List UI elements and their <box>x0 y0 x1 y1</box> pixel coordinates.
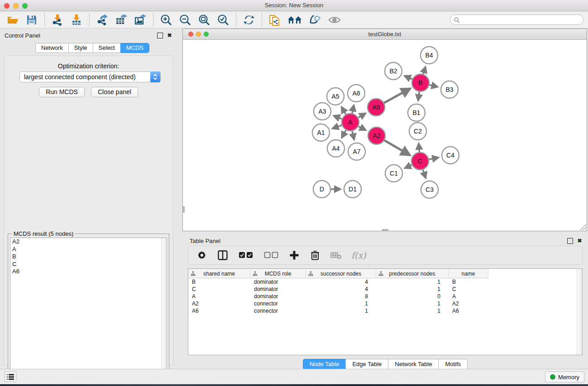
bird-view-eye-icon[interactable] <box>328 14 341 26</box>
graph-node-B[interactable]: B <box>412 74 429 91</box>
add-column-icon[interactable] <box>289 250 300 261</box>
table-cell[interactable]: dominator <box>250 286 306 293</box>
tab-style[interactable]: Style <box>68 43 93 53</box>
table-cell[interactable]: 4 <box>306 286 376 293</box>
graph-node-C3[interactable]: C3 <box>421 181 438 198</box>
graph-edge-A-A7[interactable] <box>352 131 354 139</box>
result-list-item[interactable]: B <box>10 253 167 261</box>
table-cell[interactable]: 1 <box>306 300 376 307</box>
table-row[interactable]: Cdominator41C <box>188 286 582 293</box>
table-cell[interactable]: A6 <box>449 307 488 315</box>
table-cell[interactable]: 1 <box>376 286 449 293</box>
graph-edge-A-A4[interactable] <box>342 130 346 138</box>
table-cell[interactable]: B <box>449 278 488 286</box>
zoom-fit-icon[interactable] <box>198 14 210 26</box>
zoom-selected-icon[interactable] <box>217 14 229 26</box>
graph-node-C1[interactable]: C1 <box>385 165 402 182</box>
graph-edge-B-B4[interactable] <box>423 67 425 74</box>
export-network-icon[interactable] <box>96 14 109 26</box>
refresh-layout-icon[interactable] <box>243 14 255 26</box>
table-row[interactable]: A2connector11A2 <box>188 300 582 307</box>
optimization-criterion-dropdown[interactable]: largest connected component (directed) <box>19 71 161 82</box>
graph-edge-A2-C[interactable] <box>384 140 409 155</box>
network-window-titlebar[interactable]: testGlobe.txt <box>183 29 587 40</box>
network-canvas[interactable]: B4B2BB3B1A6A5A8A3AA1A4A7A2C2CC4C1C3DD1 <box>183 40 587 231</box>
column-header-successor-nodes[interactable]: successor nodes <box>306 269 376 278</box>
graph-edge-B-B2[interactable] <box>405 76 412 79</box>
graph-node-B2[interactable]: B2 <box>385 62 402 80</box>
table-cell[interactable]: B <box>188 278 250 286</box>
graph-node-A6[interactable]: A6 <box>368 99 385 116</box>
import-network-icon[interactable] <box>51 14 64 26</box>
tab-network[interactable]: Network <box>35 43 68 53</box>
graph-edge-A-A3[interactable] <box>334 116 342 119</box>
column-header-name[interactable]: name <box>449 269 488 278</box>
table-scrollbar[interactable] <box>577 269 582 355</box>
graph-edge-A6-B[interactable] <box>384 89 410 103</box>
zoom-out-icon[interactable] <box>179 14 191 26</box>
graph-node-B1[interactable]: B1 <box>408 104 425 121</box>
graph-node-B3[interactable]: B3 <box>441 81 458 98</box>
memory-button[interactable]: Memory <box>545 372 584 382</box>
graph-edge-A-A2[interactable] <box>359 126 365 130</box>
graph-edge-A-A1[interactable] <box>333 125 342 129</box>
tab-select[interactable]: Select <box>93 43 120 53</box>
show-hide-details-icon[interactable] <box>309 14 322 26</box>
save-session-icon[interactable] <box>25 14 38 26</box>
table-row[interactable]: Bdominator41B <box>188 278 582 286</box>
tab-node-table[interactable]: Node Table <box>303 359 346 370</box>
graph-node-B4[interactable]: B4 <box>421 47 438 64</box>
graph-node-C[interactable]: C <box>411 152 429 170</box>
table-cell[interactable]: 1 <box>376 307 449 315</box>
mcds-result-list[interactable]: A2ABCA6 <box>10 238 167 385</box>
graph-edge-C-C1[interactable] <box>405 165 411 168</box>
search-input[interactable] <box>450 14 583 25</box>
window-resize-grip[interactable] <box>580 224 586 230</box>
column-header-shared-name[interactable]: shared name <box>188 269 250 278</box>
table-cell[interactable]: A2 <box>188 300 250 307</box>
table-cell[interactable]: 1 <box>376 300 449 307</box>
clone-network-icon[interactable] <box>268 14 281 26</box>
graph-node-C2[interactable]: C2 <box>409 123 426 140</box>
table-cell[interactable]: 1 <box>376 278 449 286</box>
table-cell[interactable]: A <box>188 293 250 300</box>
zoom-in-icon[interactable] <box>160 14 172 26</box>
graph-node-A[interactable]: A <box>342 114 359 131</box>
column-view-icon[interactable] <box>217 250 228 261</box>
network-graph[interactable]: B4B2BB3B1A6A5A8A3AA1A4A7A2C2CC4C1C3DD1 <box>183 40 587 231</box>
graph-edge-A-A5[interactable] <box>342 107 346 114</box>
table-cell[interactable]: 0 <box>376 293 449 300</box>
graph-edge-C-C2[interactable] <box>419 144 419 152</box>
close-panel-icon[interactable]: ✖ <box>167 33 172 38</box>
table-cell[interactable]: C <box>449 286 488 293</box>
column-header-MCDS-role[interactable]: MCDS role <box>250 269 306 278</box>
delete-column-trash-icon[interactable] <box>310 250 320 261</box>
graph-node-A3[interactable]: A3 <box>314 103 331 120</box>
graph-node-A2[interactable]: A2 <box>368 127 385 144</box>
table-cell[interactable]: 4 <box>306 278 376 286</box>
table-options-gear-icon[interactable] <box>196 250 207 261</box>
close-panel-button[interactable]: Close panel <box>91 87 138 97</box>
graph-edge-B-B3[interactable] <box>429 85 437 87</box>
result-list-item[interactable]: A <box>10 246 167 253</box>
graph-node-D[interactable]: D <box>313 181 330 198</box>
result-list-item[interactable]: A6 <box>10 268 167 276</box>
table-row[interactable]: Adominator80A <box>188 293 582 300</box>
table-cell[interactable]: 1 <box>306 307 376 315</box>
graph-edge-B-B1[interactable] <box>418 92 420 100</box>
result-list-item[interactable]: C <box>10 261 167 268</box>
column-header-predecessor-nodes[interactable]: predecessor nodes <box>376 269 449 278</box>
export-table-icon[interactable] <box>115 14 128 26</box>
graph-node-D1[interactable]: D1 <box>344 181 361 198</box>
table-float-panel-icon[interactable] <box>567 238 573 244</box>
graph-edge-C-C4[interactable] <box>429 157 438 159</box>
select-all-columns-icon[interactable] <box>238 250 253 261</box>
table-row[interactable]: A6connector11A6 <box>188 307 582 315</box>
graph-node-C4[interactable]: C4 <box>442 147 459 164</box>
table-cell[interactable]: connector <box>250 300 306 307</box>
graph-edge-C-C3[interactable] <box>423 170 425 177</box>
graph-node-A5[interactable]: A5 <box>327 88 344 105</box>
import-table-icon[interactable] <box>70 14 83 26</box>
tab-motifs[interactable]: Motifs <box>438 359 468 370</box>
graph-node-A7[interactable]: A7 <box>348 143 365 160</box>
